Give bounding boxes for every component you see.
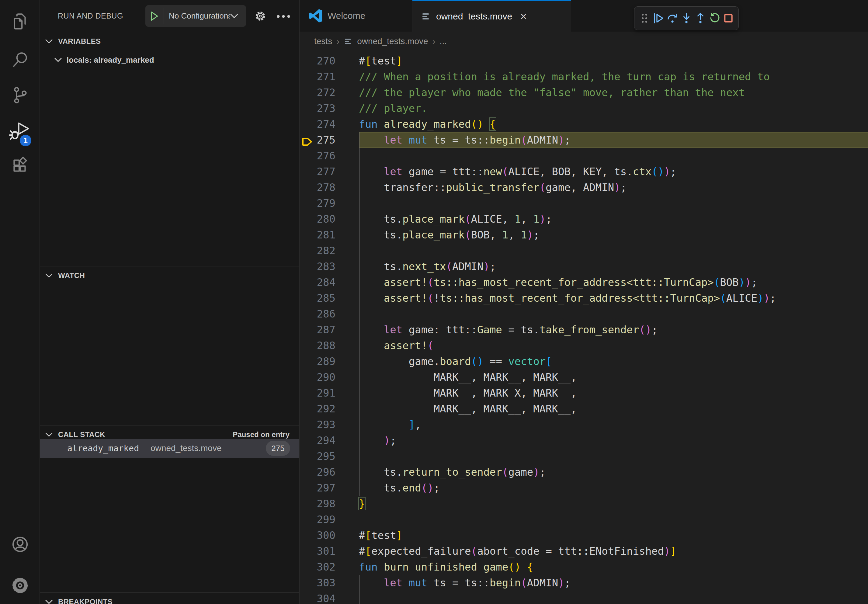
stop-button[interactable] <box>721 9 735 27</box>
code-line-content[interactable]: ); <box>359 432 868 448</box>
step-out-button[interactable] <box>693 9 707 27</box>
debug-settings-gear-icon[interactable] <box>254 10 267 24</box>
code-line-270[interactable]: 270#[test] <box>299 53 868 69</box>
code-line-content[interactable]: ts.return_to_sender(game); <box>359 464 868 480</box>
code-line-275[interactable]: 275 let mut ts = ts::begin(ADMIN); <box>299 132 868 148</box>
line-number[interactable]: 299 <box>299 511 339 527</box>
breadcrumb-item-file[interactable]: owned_tests.move <box>357 37 428 46</box>
watch-section-header[interactable]: WATCH <box>40 266 299 285</box>
code-line-content[interactable]: assert!( <box>359 338 868 353</box>
code-line-300[interactable]: 300#[test] <box>299 527 868 543</box>
variables-scope-row[interactable]: locals: already_marked <box>40 51 299 69</box>
code-line-content[interactable]: MARK__, MARK__, MARK__, <box>359 369 868 385</box>
code-line-274[interactable]: 274fun already_marked() { <box>299 116 868 132</box>
line-number[interactable]: 276 <box>299 148 339 164</box>
code-line-content[interactable]: ts.next_tx(ADMIN); <box>359 259 868 274</box>
explorer-icon[interactable] <box>0 4 40 38</box>
call-stack-frame-row[interactable]: already_marked owned_tests.move 275 <box>40 439 299 458</box>
code-line-content[interactable] <box>359 448 868 464</box>
code-line-content[interactable]: /// the player who made the "false" move… <box>359 85 868 101</box>
code-line-content[interactable]: } <box>359 496 868 511</box>
close-icon[interactable]: × <box>520 11 527 22</box>
code-line-289[interactable]: 289 game.board() == vector[ <box>299 353 868 369</box>
line-number[interactable]: 273 <box>299 101 339 116</box>
code-line-content[interactable]: #[test] <box>359 53 868 69</box>
views-more-actions-icon[interactable] <box>276 14 290 19</box>
code-line-278[interactable]: 278 transfer::public_transfer(game, ADMI… <box>299 180 868 195</box>
code-line-284[interactable]: 284 assert!(ts::has_most_recent_for_addr… <box>299 274 868 290</box>
code-line-288[interactable]: 288 assert!( <box>299 338 868 353</box>
code-line-content[interactable]: MARK__, MARK__, MARK__, <box>359 401 868 417</box>
code-line-272[interactable]: 272/// the player who made the "false" m… <box>299 85 868 101</box>
line-number[interactable]: 278 <box>299 180 339 195</box>
line-number[interactable]: 283 <box>299 259 339 274</box>
line-number[interactable]: 292 <box>299 401 339 417</box>
line-number[interactable]: 291 <box>299 385 339 401</box>
code-line-content[interactable]: let game = ttt::new(ALICE, BOB, KEY, ts.… <box>359 164 868 180</box>
code-line-271[interactable]: 271/// When a position is already marked… <box>299 69 868 85</box>
line-number[interactable]: 281 <box>299 227 339 243</box>
line-number[interactable]: 289 <box>299 353 339 369</box>
code-line-content[interactable] <box>359 148 868 164</box>
code-line-content[interactable]: fun burn_unfinished_game() { <box>359 559 868 575</box>
step-into-button[interactable] <box>679 9 693 27</box>
line-number[interactable]: 294 <box>299 432 339 448</box>
code-line-299[interactable]: 299 <box>299 511 868 527</box>
code-line-303[interactable]: 303 let mut ts = ts::begin(ADMIN); <box>299 575 868 591</box>
line-number[interactable]: 282 <box>299 243 339 259</box>
code-line-286[interactable]: 286 <box>299 306 868 322</box>
search-icon[interactable] <box>0 43 40 77</box>
code-line-content[interactable]: #[expected_failure(abort_code = ttt::ENo… <box>359 543 868 559</box>
code-line-282[interactable]: 282 <box>299 243 868 259</box>
line-number[interactable]: 290 <box>299 369 339 385</box>
code-line-301[interactable]: 301#[expected_failure(abort_code = ttt::… <box>299 543 868 559</box>
toolbar-drag-grip[interactable] <box>637 9 651 27</box>
code-line-content[interactable]: let game: ttt::Game = ts.take_from_sende… <box>359 322 868 338</box>
launch-configuration-dropdown[interactable]: No Configurations <box>146 5 246 27</box>
code-line-304[interactable]: 304 <box>299 591 868 604</box>
code-line-276[interactable]: 276 <box>299 148 868 164</box>
line-number[interactable]: 286 <box>299 306 339 322</box>
line-number[interactable]: 279 <box>299 195 339 211</box>
code-line-content[interactable] <box>359 243 868 259</box>
code-line-content[interactable] <box>359 306 868 322</box>
breakpoints-section-header[interactable]: BREAKPOINTS <box>40 593 299 604</box>
line-number[interactable]: 297 <box>299 480 339 496</box>
restart-button[interactable] <box>707 9 721 27</box>
code-line-302[interactable]: 302fun burn_unfinished_game() { <box>299 559 868 575</box>
line-number[interactable]: 284 <box>299 274 339 290</box>
line-number[interactable]: 272 <box>299 85 339 101</box>
code-line-293[interactable]: 293 ], <box>299 417 868 432</box>
line-number[interactable]: 302 <box>299 559 339 575</box>
line-number[interactable]: 288 <box>299 338 339 353</box>
source-control-icon[interactable] <box>0 79 40 112</box>
code-line-content[interactable]: transfer::public_transfer(game, ADMIN); <box>359 180 868 195</box>
code-line-content[interactable]: ts.place_mark(BOB, 1, 1); <box>359 227 868 243</box>
code-line-273[interactable]: 273/// player. <box>299 101 868 116</box>
code-line-292[interactable]: 292 MARK__, MARK__, MARK__, <box>299 401 868 417</box>
code-line-content[interactable]: assert!(ts::has_most_recent_for_address<… <box>359 274 868 290</box>
code-line-content[interactable]: fun already_marked() { <box>359 116 868 132</box>
code-line-298[interactable]: 298} <box>299 496 868 511</box>
code-line-277[interactable]: 277 let game = ttt::new(ALICE, BOB, KEY,… <box>299 164 868 180</box>
code-line-285[interactable]: 285 assert!(!ts::has_most_recent_for_add… <box>299 290 868 306</box>
code-line-content[interactable] <box>359 591 868 604</box>
code-line-content[interactable]: /// player. <box>359 101 868 116</box>
line-number[interactable]: 301 <box>299 543 339 559</box>
continue-button[interactable] <box>651 9 665 27</box>
line-number[interactable]: 275 <box>299 132 339 148</box>
breadcrumb-item-symbol[interactable]: ... <box>440 37 447 46</box>
line-number[interactable]: 304 <box>299 591 339 604</box>
code-line-content[interactable]: assert!(!ts::has_most_recent_for_address… <box>359 290 868 306</box>
code-line-content[interactable]: let mut ts = ts::begin(ADMIN); <box>359 575 868 591</box>
settings-gear-icon[interactable] <box>0 569 40 602</box>
line-number[interactable]: 298 <box>299 496 339 511</box>
code-line-283[interactable]: 283 ts.next_tx(ADMIN); <box>299 259 868 274</box>
code-line-297[interactable]: 297 ts.end(); <box>299 480 868 496</box>
code-line-296[interactable]: 296 ts.return_to_sender(game); <box>299 464 868 480</box>
code-line-content[interactable]: #[test] <box>359 527 868 543</box>
code-editor[interactable]: 270#[test]271/// When a position is alre… <box>299 51 868 604</box>
code-line-287[interactable]: 287 let game: ttt::Game = ts.take_from_s… <box>299 322 868 338</box>
line-number[interactable]: 274 <box>299 116 339 132</box>
tab-owned-tests-move[interactable]: owned_tests.move × <box>412 0 571 32</box>
